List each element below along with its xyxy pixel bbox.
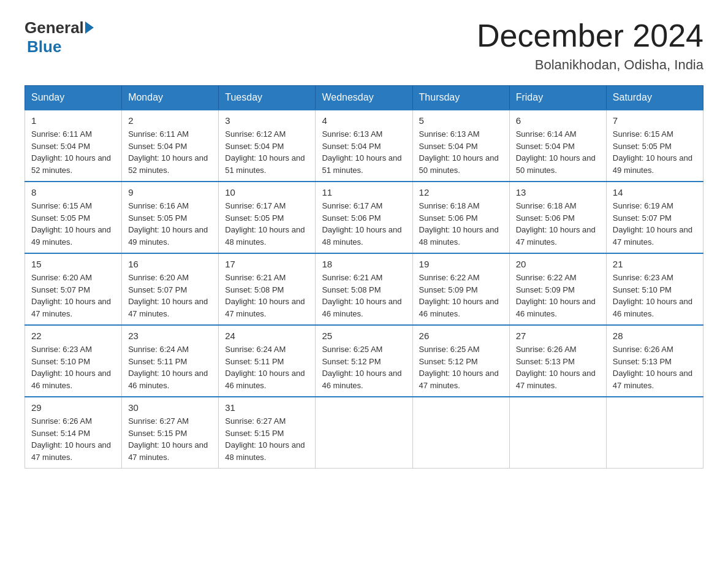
- day-info: Sunrise: 6:23 AMSunset: 5:10 PMDaylight:…: [613, 272, 697, 320]
- calendar-cell: 12Sunrise: 6:18 AMSunset: 5:06 PMDayligh…: [412, 182, 509, 253]
- day-number: 26: [419, 331, 503, 341]
- header-saturday: Saturday: [606, 86, 703, 110]
- day-info: Sunrise: 6:20 AMSunset: 5:07 PMDaylight:…: [31, 272, 115, 320]
- calendar-cell: 29Sunrise: 6:26 AMSunset: 5:14 PMDayligh…: [25, 397, 122, 469]
- calendar-cell: 22Sunrise: 6:23 AMSunset: 5:10 PMDayligh…: [25, 325, 122, 397]
- calendar-week-row: 22Sunrise: 6:23 AMSunset: 5:10 PMDayligh…: [25, 325, 703, 397]
- calendar-cell: [606, 397, 703, 469]
- page-header: General Blue December 2024 Bolanikhodan,…: [25, 18, 703, 73]
- calendar-cell: 20Sunrise: 6:22 AMSunset: 5:09 PMDayligh…: [509, 253, 606, 325]
- day-info: Sunrise: 6:14 AMSunset: 5:04 PMDaylight:…: [516, 128, 600, 176]
- header-sunday: Sunday: [25, 86, 122, 110]
- calendar-header-row: SundayMondayTuesdayWednesdayThursdayFrid…: [25, 86, 703, 110]
- calendar-cell: 8Sunrise: 6:15 AMSunset: 5:05 PMDaylight…: [25, 182, 122, 253]
- day-info: Sunrise: 6:11 AMSunset: 5:04 PMDaylight:…: [31, 128, 115, 176]
- day-info: Sunrise: 6:23 AMSunset: 5:10 PMDaylight:…: [31, 343, 115, 391]
- day-number: 24: [225, 331, 309, 341]
- logo: General Blue: [25, 18, 94, 56]
- day-info: Sunrise: 6:25 AMSunset: 5:12 PMDaylight:…: [322, 343, 406, 391]
- day-info: Sunrise: 6:26 AMSunset: 5:13 PMDaylight:…: [613, 343, 697, 391]
- logo-arrow-icon: [85, 21, 94, 34]
- day-number: 16: [128, 259, 212, 269]
- day-info: Sunrise: 6:16 AMSunset: 5:05 PMDaylight:…: [128, 200, 212, 248]
- day-info: Sunrise: 6:27 AMSunset: 5:15 PMDaylight:…: [225, 415, 309, 463]
- day-info: Sunrise: 6:15 AMSunset: 5:05 PMDaylight:…: [31, 200, 115, 248]
- day-number: 29: [31, 402, 115, 413]
- day-info: Sunrise: 6:17 AMSunset: 5:05 PMDaylight:…: [225, 200, 309, 248]
- header-tuesday: Tuesday: [219, 86, 316, 110]
- day-info: Sunrise: 6:12 AMSunset: 5:04 PMDaylight:…: [225, 128, 309, 176]
- header-friday: Friday: [509, 86, 606, 110]
- calendar-cell: 27Sunrise: 6:26 AMSunset: 5:13 PMDayligh…: [509, 325, 606, 397]
- calendar-week-row: 29Sunrise: 6:26 AMSunset: 5:14 PMDayligh…: [25, 397, 703, 469]
- calendar-cell: 24Sunrise: 6:24 AMSunset: 5:11 PMDayligh…: [219, 325, 316, 397]
- day-number: 8: [31, 187, 115, 197]
- calendar-week-row: 1Sunrise: 6:11 AMSunset: 5:04 PMDaylight…: [25, 110, 703, 182]
- day-info: Sunrise: 6:24 AMSunset: 5:11 PMDaylight:…: [225, 343, 309, 391]
- logo-general-text: General: [25, 18, 84, 37]
- calendar-cell: [316, 397, 412, 469]
- calendar-cell: 2Sunrise: 6:11 AMSunset: 5:04 PMDaylight…: [122, 110, 219, 182]
- location-subtitle: Bolanikhodan, Odisha, India: [477, 57, 703, 73]
- logo-blue-text: Blue: [27, 37, 61, 56]
- day-number: 27: [516, 331, 600, 341]
- day-number: 11: [322, 187, 406, 197]
- day-number: 2: [128, 115, 212, 126]
- day-info: Sunrise: 6:13 AMSunset: 5:04 PMDaylight:…: [322, 128, 406, 176]
- day-number: 18: [322, 259, 406, 269]
- day-number: 13: [516, 187, 600, 197]
- calendar-week-row: 8Sunrise: 6:15 AMSunset: 5:05 PMDaylight…: [25, 182, 703, 253]
- calendar-cell: 25Sunrise: 6:25 AMSunset: 5:12 PMDayligh…: [316, 325, 412, 397]
- calendar-cell: 17Sunrise: 6:21 AMSunset: 5:08 PMDayligh…: [219, 253, 316, 325]
- day-number: 28: [613, 331, 697, 341]
- calendar-cell: 1Sunrise: 6:11 AMSunset: 5:04 PMDaylight…: [25, 110, 122, 182]
- day-info: Sunrise: 6:11 AMSunset: 5:04 PMDaylight:…: [128, 128, 212, 176]
- day-number: 14: [613, 187, 697, 197]
- day-number: 23: [128, 331, 212, 341]
- day-info: Sunrise: 6:26 AMSunset: 5:13 PMDaylight:…: [516, 343, 600, 391]
- day-info: Sunrise: 6:17 AMSunset: 5:06 PMDaylight:…: [322, 200, 406, 248]
- calendar-cell: 4Sunrise: 6:13 AMSunset: 5:04 PMDaylight…: [316, 110, 412, 182]
- day-info: Sunrise: 6:18 AMSunset: 5:06 PMDaylight:…: [516, 200, 600, 248]
- day-info: Sunrise: 6:19 AMSunset: 5:07 PMDaylight:…: [613, 200, 697, 248]
- day-info: Sunrise: 6:18 AMSunset: 5:06 PMDaylight:…: [419, 200, 503, 248]
- day-number: 1: [31, 115, 115, 126]
- header-wednesday: Wednesday: [316, 86, 412, 110]
- day-info: Sunrise: 6:21 AMSunset: 5:08 PMDaylight:…: [322, 272, 406, 320]
- day-number: 6: [516, 115, 600, 126]
- calendar-cell: 13Sunrise: 6:18 AMSunset: 5:06 PMDayligh…: [509, 182, 606, 253]
- day-info: Sunrise: 6:22 AMSunset: 5:09 PMDaylight:…: [419, 272, 503, 320]
- calendar-cell: 19Sunrise: 6:22 AMSunset: 5:09 PMDayligh…: [412, 253, 509, 325]
- day-number: 21: [613, 259, 697, 269]
- day-number: 22: [31, 331, 115, 341]
- calendar-cell: [412, 397, 509, 469]
- day-number: 4: [322, 115, 406, 126]
- day-info: Sunrise: 6:15 AMSunset: 5:05 PMDaylight:…: [613, 128, 697, 176]
- calendar-cell: 16Sunrise: 6:20 AMSunset: 5:07 PMDayligh…: [122, 253, 219, 325]
- day-number: 17: [225, 259, 309, 269]
- header-monday: Monday: [122, 86, 219, 110]
- calendar-cell: 7Sunrise: 6:15 AMSunset: 5:05 PMDaylight…: [606, 110, 703, 182]
- calendar-cell: 6Sunrise: 6:14 AMSunset: 5:04 PMDaylight…: [509, 110, 606, 182]
- calendar-cell: 30Sunrise: 6:27 AMSunset: 5:15 PMDayligh…: [122, 397, 219, 469]
- calendar-cell: 28Sunrise: 6:26 AMSunset: 5:13 PMDayligh…: [606, 325, 703, 397]
- day-info: Sunrise: 6:25 AMSunset: 5:12 PMDaylight:…: [419, 343, 503, 391]
- day-number: 10: [225, 187, 309, 197]
- day-number: 20: [516, 259, 600, 269]
- calendar-cell: 21Sunrise: 6:23 AMSunset: 5:10 PMDayligh…: [606, 253, 703, 325]
- calendar-cell: 5Sunrise: 6:13 AMSunset: 5:04 PMDaylight…: [412, 110, 509, 182]
- day-number: 15: [31, 259, 115, 269]
- day-number: 25: [322, 331, 406, 341]
- month-title: December 2024: [477, 18, 703, 53]
- header-thursday: Thursday: [412, 86, 509, 110]
- calendar-cell: 26Sunrise: 6:25 AMSunset: 5:12 PMDayligh…: [412, 325, 509, 397]
- title-section: December 2024 Bolanikhodan, Odisha, Indi…: [477, 18, 703, 73]
- day-info: Sunrise: 6:20 AMSunset: 5:07 PMDaylight:…: [128, 272, 212, 320]
- day-info: Sunrise: 6:21 AMSunset: 5:08 PMDaylight:…: [225, 272, 309, 320]
- calendar-cell: 11Sunrise: 6:17 AMSunset: 5:06 PMDayligh…: [316, 182, 412, 253]
- calendar-cell: 9Sunrise: 6:16 AMSunset: 5:05 PMDaylight…: [122, 182, 219, 253]
- calendar-cell: 15Sunrise: 6:20 AMSunset: 5:07 PMDayligh…: [25, 253, 122, 325]
- day-number: 3: [225, 115, 309, 126]
- calendar-cell: 23Sunrise: 6:24 AMSunset: 5:11 PMDayligh…: [122, 325, 219, 397]
- calendar-week-row: 15Sunrise: 6:20 AMSunset: 5:07 PMDayligh…: [25, 253, 703, 325]
